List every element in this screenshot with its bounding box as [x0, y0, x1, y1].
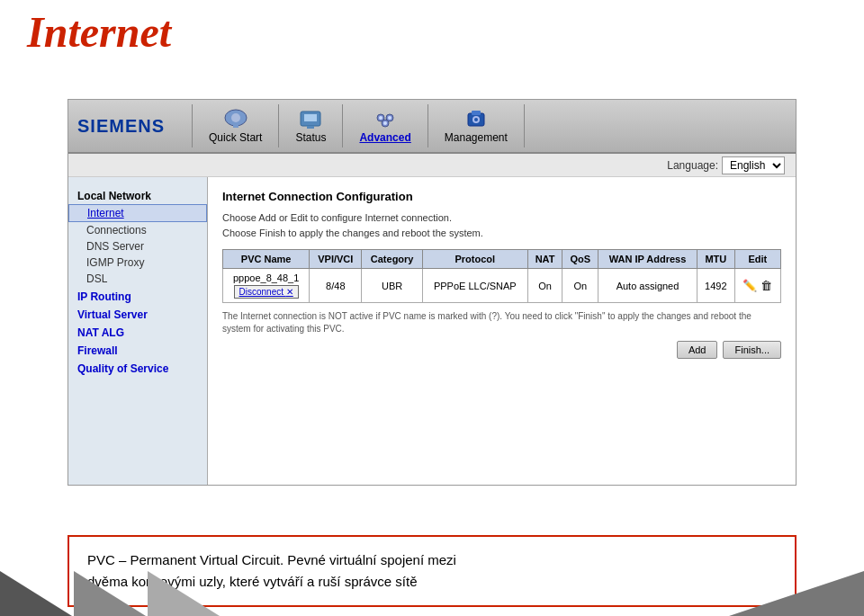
col-nat: NAT	[527, 250, 562, 269]
edit-tools: ✏️ 🗑	[741, 279, 775, 292]
sidebar-item-igmp-proxy[interactable]: IGMP Proxy	[68, 254, 207, 271]
svg-rect-2	[233, 125, 238, 128]
vpi-vci-cell: 8/48	[310, 269, 362, 303]
edit-cell: ✏️ 🗑	[734, 269, 780, 303]
language-select[interactable]: English	[722, 156, 785, 174]
category-cell: UBR	[362, 269, 423, 303]
pvc-name-value: pppoe_8_48_1	[229, 272, 303, 283]
nav-item-management[interactable]: Management	[428, 104, 525, 147]
nav-label-management: Management	[445, 131, 508, 144]
svg-point-1	[231, 113, 240, 122]
page-title: Internet	[27, 7, 171, 57]
disconnect-button[interactable]: Disconnect ✕	[234, 285, 299, 299]
decoration-tri-right	[729, 571, 864, 616]
management-icon	[462, 108, 490, 131]
protocol-cell: PPPoE LLC/SNAP	[422, 269, 527, 303]
nav-label-status: Status	[295, 131, 326, 144]
bottom-line1: PVC – Permanent Virtual Circuit. Pevné v…	[87, 549, 777, 571]
pvc-name-cell: pppoe_8_48_1 Disconnect ✕	[223, 269, 310, 303]
svg-point-9	[379, 116, 382, 120]
nav-label-quickstart: Quick Start	[209, 131, 262, 144]
sidebar-item-internet[interactable]: Internet	[68, 204, 207, 222]
decoration-tri-3	[148, 571, 220, 616]
sidebar-section-qos[interactable]: Quality of Service	[68, 359, 207, 377]
router-panel: SIEMENS Quick Start	[68, 99, 796, 486]
svg-point-10	[388, 116, 392, 120]
sidebar-section-local-network[interactable]: Local Network	[68, 186, 207, 204]
nav-item-status[interactable]: Status	[279, 104, 343, 147]
qos-cell: On	[562, 269, 598, 303]
svg-rect-5	[307, 126, 314, 129]
col-category: Category	[362, 250, 423, 269]
pencil-icon[interactable]: ✏️	[742, 279, 757, 292]
bottom-decoration	[0, 571, 864, 616]
nat-cell: On	[527, 269, 562, 303]
svg-point-15	[474, 118, 478, 121]
status-icon	[296, 108, 325, 131]
siemens-logo: SIEMENS	[77, 116, 165, 137]
connection-table: PVC Name VPI/VCI Category Protocol NAT Q…	[222, 249, 781, 303]
main-content: Internet Connection Configuration Choose…	[208, 177, 796, 485]
sidebar-section-firewall[interactable]: Firewall	[68, 341, 207, 359]
table-row: pppoe_8_48_1 Disconnect ✕ 8/48 UBR PPPoE…	[223, 269, 781, 303]
sidebar-item-dns-server[interactable]: DNS Server	[68, 238, 207, 254]
col-vpi-vci: VPI/VCI	[310, 250, 362, 269]
wan-ip-cell: Auto assigned	[598, 269, 698, 303]
col-pvc-name: PVC Name	[223, 250, 310, 269]
trash-icon[interactable]: 🗑	[760, 279, 772, 292]
content-area: Local Network Internet Connections DNS S…	[68, 177, 796, 485]
lang-bar: Language: English	[68, 154, 796, 177]
col-wan-ip: WAN IP Address	[598, 250, 698, 269]
mtu-cell: 1492	[697, 269, 734, 303]
description: Choose Add or Edit to configure Internet…	[222, 210, 781, 240]
nav-item-quickstart[interactable]: Quick Start	[192, 104, 279, 147]
sidebar-section-ip-routing[interactable]: IP Routing	[68, 287, 207, 305]
advanced-icon	[371, 108, 400, 131]
sidebar-section-virtual-server[interactable]: Virtual Server	[68, 305, 207, 323]
table-header-row: PVC Name VPI/VCI Category Protocol NAT Q…	[223, 250, 781, 269]
col-mtu: MTU	[697, 250, 734, 269]
svg-rect-13	[472, 111, 481, 115]
svg-point-11	[383, 121, 387, 125]
sidebar: Local Network Internet Connections DNS S…	[68, 177, 208, 485]
finish-button[interactable]: Finish...	[723, 341, 781, 359]
col-qos: QoS	[562, 250, 598, 269]
sidebar-section-nat-alg[interactable]: NAT ALG	[68, 323, 207, 341]
nav-item-advanced[interactable]: Advanced	[343, 104, 428, 147]
desc-line1: Choose Add or Edit to configure Internet…	[222, 210, 781, 226]
note-text: The Internet connection is NOT active if…	[222, 310, 781, 335]
decoration-tri-2	[74, 571, 146, 616]
quick-start-icon	[221, 108, 250, 131]
disconnect-icon: ✕	[286, 287, 293, 297]
svg-rect-4	[304, 114, 317, 121]
section-heading: Internet Connection Configuration	[222, 190, 781, 203]
sidebar-item-connections[interactable]: Connections	[68, 222, 207, 238]
decoration-tri-1	[0, 571, 72, 616]
add-button[interactable]: Add	[677, 341, 718, 359]
col-protocol: Protocol	[422, 250, 527, 269]
nav-label-advanced: Advanced	[359, 131, 410, 144]
sidebar-item-dsl[interactable]: DSL	[68, 271, 207, 287]
nav-items: Quick Start Status	[192, 104, 525, 147]
col-edit: Edit	[734, 250, 780, 269]
nav-bar: SIEMENS Quick Start	[68, 100, 796, 154]
action-buttons: Add Finish...	[222, 341, 781, 359]
desc-line2: Choose Finish to apply the changes and r…	[222, 226, 781, 241]
language-label: Language:	[667, 159, 718, 172]
